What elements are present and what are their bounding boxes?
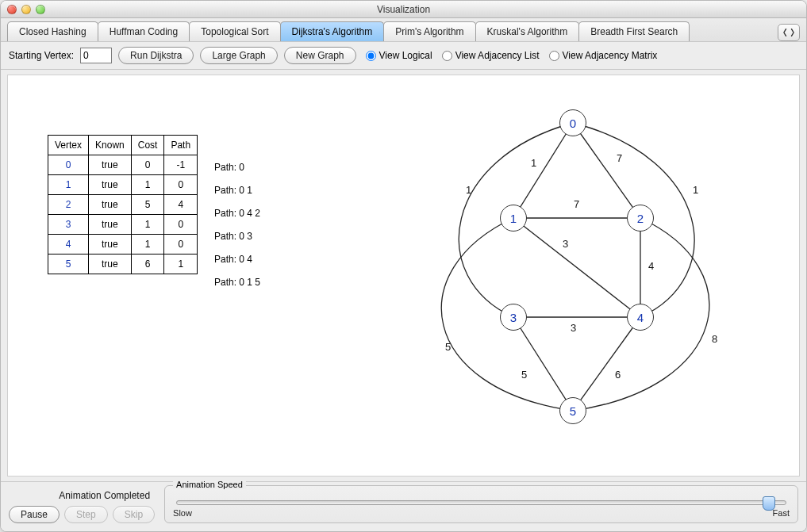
graph-node-4: 4 bbox=[627, 304, 654, 331]
graph-node-0: 0 bbox=[559, 109, 586, 136]
cell-cost: 6 bbox=[131, 255, 164, 274]
new-graph-button[interactable]: New Graph bbox=[284, 47, 356, 64]
edge-weight: 1 bbox=[693, 184, 698, 196]
edge-weight: 3 bbox=[563, 238, 568, 250]
tab-label: Kruskal's Algorithm bbox=[487, 26, 568, 37]
tab-prim[interactable]: Prim's Algorithm bbox=[383, 21, 475, 41]
tab-dijkstra[interactable]: Dijkstra's Algorithm bbox=[280, 21, 385, 41]
pause-button[interactable]: Pause bbox=[9, 506, 60, 523]
tab-topological-sort[interactable]: Topological Sort bbox=[189, 21, 280, 41]
path-text: Path: 0 bbox=[214, 156, 260, 179]
cell-cost: 1 bbox=[131, 215, 164, 235]
cell-path: 1 bbox=[164, 255, 198, 274]
speed-slider[interactable] bbox=[176, 500, 786, 505]
tab-closed-hashing[interactable]: Closed Hashing bbox=[7, 21, 98, 41]
view-adjmatrix-radio[interactable]: View Adjacency Matrix bbox=[549, 50, 658, 61]
cell-cost: 1 bbox=[131, 175, 164, 195]
footer-left: Animation Completed Pause Step Skip bbox=[9, 485, 155, 523]
large-graph-button[interactable]: Large Graph bbox=[200, 47, 277, 64]
tab-huffman-coding[interactable]: Huffman Coding bbox=[98, 21, 190, 41]
table-row: 0true0-1 bbox=[48, 155, 198, 175]
cell-vertex: 2 bbox=[48, 195, 89, 215]
tab-label: Topological Sort bbox=[201, 26, 268, 37]
radio-input[interactable] bbox=[549, 51, 559, 61]
cell-vertex: 3 bbox=[48, 215, 89, 235]
table-row: 4true10 bbox=[48, 235, 198, 255]
cell-vertex: 4 bbox=[48, 235, 89, 255]
edge-weight: 6 bbox=[615, 369, 621, 381]
node-label: 3 bbox=[510, 311, 517, 324]
cell-known: true bbox=[89, 255, 132, 274]
edge-weight: 7 bbox=[574, 198, 579, 210]
table-row: 2true54 bbox=[48, 195, 198, 215]
edge-weight: 1 bbox=[466, 184, 471, 196]
radio-input[interactable] bbox=[366, 51, 376, 61]
cell-path: 0 bbox=[164, 235, 198, 255]
svg-line-1 bbox=[573, 123, 640, 218]
radio-label: View Adjacency Matrix bbox=[563, 50, 658, 61]
speed-legend: Animation Speed bbox=[173, 480, 246, 489]
cell-path: -1 bbox=[164, 155, 198, 175]
button-label: Large Graph bbox=[212, 50, 265, 61]
path-text: Path: 0 1 5 bbox=[214, 271, 260, 294]
tab-label: Dijkstra's Algorithm bbox=[292, 26, 373, 37]
button-label: Run Dijkstra bbox=[130, 50, 182, 61]
radio-label: View Logical bbox=[379, 50, 432, 61]
cell-known: true bbox=[89, 175, 132, 195]
node-label: 1 bbox=[510, 212, 517, 225]
playback-buttons: Pause Step Skip bbox=[9, 506, 155, 523]
tab-overflow-button[interactable] bbox=[778, 24, 800, 41]
cell-cost: 1 bbox=[131, 235, 164, 255]
visualization-canvas: Vertex Known Cost Path 0true0-1 1true10 … bbox=[7, 75, 800, 477]
cell-cost: 5 bbox=[131, 195, 164, 215]
edge-weight: 8 bbox=[712, 333, 717, 345]
step-button[interactable]: Step bbox=[64, 506, 108, 523]
dijkstra-table-wrap: Vertex Known Cost Path 0true0-1 1true10 … bbox=[48, 135, 198, 274]
cell-path: 0 bbox=[164, 175, 198, 195]
tab-bfs[interactable]: Breadth First Search bbox=[578, 21, 690, 41]
cell-vertex: 5 bbox=[48, 255, 89, 274]
run-dijkstra-button[interactable]: Run Dijkstra bbox=[118, 47, 194, 64]
radio-label: View Adjacency List bbox=[455, 50, 540, 61]
fast-label: Fast bbox=[773, 508, 790, 518]
graph-view: 0 1 2 3 4 5 1 7 7 3 4 3 5 6 1 1 8 5 bbox=[394, 87, 775, 428]
path-text-column: Path: 0 Path: 0 1 Path: 0 4 2 Path: 0 3 … bbox=[214, 156, 260, 294]
slider-labels: Slow Fast bbox=[173, 508, 790, 518]
start-vertex-input[interactable] bbox=[80, 48, 112, 63]
edge-weight: 5 bbox=[521, 369, 527, 381]
col-known: Known bbox=[89, 136, 132, 155]
slider-thumb-icon[interactable] bbox=[763, 496, 775, 511]
window-title: Visualization bbox=[1, 4, 806, 15]
col-vertex: Vertex bbox=[48, 136, 89, 155]
graph-node-2: 2 bbox=[627, 205, 654, 232]
table-row: 1true10 bbox=[48, 175, 198, 195]
cell-known: true bbox=[89, 215, 132, 235]
skip-button[interactable]: Skip bbox=[113, 506, 155, 523]
footer: Animation Completed Pause Step Skip Anim… bbox=[1, 481, 806, 531]
view-adjlist-radio[interactable]: View Adjacency List bbox=[442, 50, 540, 61]
node-label: 5 bbox=[570, 404, 576, 418]
tab-label: Huffman Coding bbox=[110, 26, 179, 37]
radio-input[interactable] bbox=[442, 51, 452, 61]
graph-edges bbox=[394, 87, 775, 428]
titlebar: Visualization bbox=[1, 1, 806, 18]
table-row: 3true10 bbox=[48, 215, 198, 235]
cell-known: true bbox=[89, 235, 132, 255]
cell-known: true bbox=[89, 195, 132, 215]
cell-cost: 0 bbox=[131, 155, 164, 175]
path-text: Path: 0 1 bbox=[214, 179, 260, 202]
node-label: 4 bbox=[637, 311, 644, 324]
tab-label: Breadth First Search bbox=[590, 26, 678, 37]
app-window: Visualization Closed Hashing Huffman Cod… bbox=[0, 0, 807, 532]
table-header-row: Vertex Known Cost Path bbox=[48, 136, 198, 155]
slow-label: Slow bbox=[173, 508, 192, 518]
arrows-icon bbox=[783, 27, 794, 38]
button-label: New Graph bbox=[296, 50, 344, 61]
view-logical-radio[interactable]: View Logical bbox=[366, 50, 432, 61]
path-text: Path: 0 4 bbox=[214, 248, 260, 271]
graph-node-3: 3 bbox=[500, 304, 527, 331]
cell-vertex: 1 bbox=[48, 175, 89, 195]
cell-path: 4 bbox=[164, 195, 198, 215]
tab-kruskal[interactable]: Kruskal's Algorithm bbox=[475, 21, 580, 41]
col-path: Path bbox=[164, 136, 198, 155]
